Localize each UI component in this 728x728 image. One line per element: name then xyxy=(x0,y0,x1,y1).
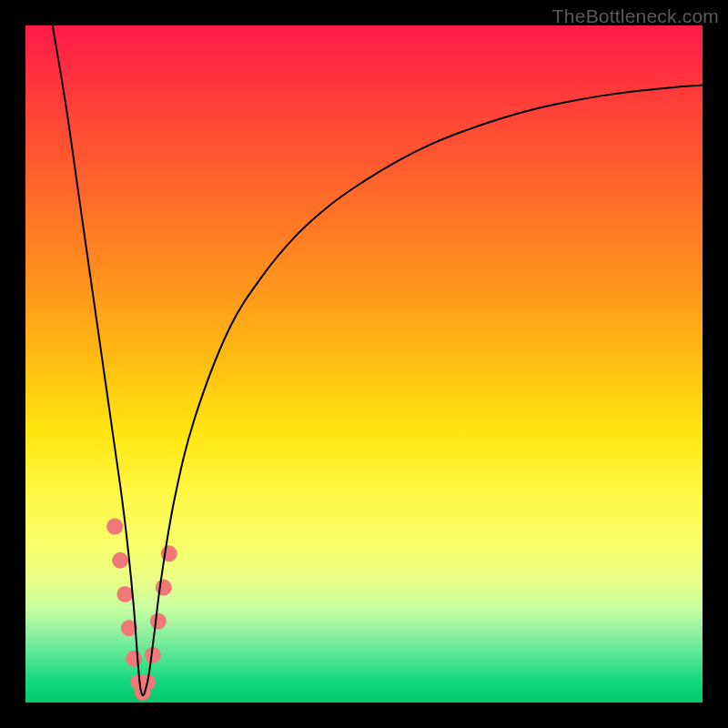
marker-dot xyxy=(112,552,128,569)
bottleneck-curve-path xyxy=(53,25,703,695)
watermark-text: TheBottleneck.com xyxy=(552,5,719,27)
marker-dot xyxy=(106,519,123,535)
marker-dot xyxy=(116,586,133,602)
plot-area xyxy=(25,25,703,703)
marker-dot xyxy=(126,651,142,667)
marker-dot xyxy=(150,613,167,630)
curve-layer xyxy=(25,25,703,703)
chart-frame: TheBottleneck.com xyxy=(0,0,728,728)
marker-dot xyxy=(156,580,172,596)
